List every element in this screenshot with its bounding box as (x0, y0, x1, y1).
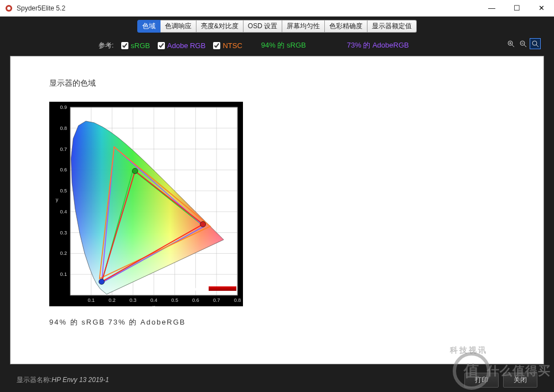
svg-line-3 (512, 45, 514, 47)
zoom-in-button[interactable] (505, 38, 516, 49)
svg-text:0.2: 0.2 (60, 250, 67, 256)
tab-0[interactable]: 色域 (137, 20, 160, 33)
zoom-tools (505, 38, 541, 49)
tab-6[interactable]: 显示器额定值 (367, 20, 417, 33)
svg-text:0.4: 0.4 (151, 297, 158, 303)
window-title: Spyder5Elite 5.2 (17, 4, 479, 12)
svg-text:0.5: 0.5 (60, 188, 67, 194)
gamut-chart: 0.10.20.30.40.50.60.70.80.10.20.30.40.50… (49, 102, 243, 306)
svg-point-1 (7, 7, 11, 10)
tab-3[interactable]: OSD 设置 (244, 20, 282, 33)
svg-text:0.7: 0.7 (60, 147, 67, 152)
svg-point-9 (532, 41, 537, 45)
svg-point-38 (99, 279, 105, 284)
svg-text:0.8: 0.8 (60, 126, 67, 131)
svg-point-36 (200, 222, 206, 227)
tab-bar: 色域色调响应亮度&对比度OSD 设置屏幕均匀性色彩精确度显示器额定值 (137, 20, 417, 33)
stats-below: 94% 的 sRGB 73% 的 AdobeRGB (49, 317, 543, 327)
content-scroll[interactable]: 显示器的色域 0.10.20.30.40.50.60.70.80.10.20.3… (11, 56, 543, 364)
svg-text:0.1: 0.1 (60, 271, 67, 277)
svg-text:x: x (153, 304, 156, 306)
maximize-button[interactable]: ☐ (504, 0, 529, 16)
svg-text:y: y (56, 197, 59, 202)
close-button[interactable]: ✕ (529, 0, 554, 16)
svg-text:0.4: 0.4 (60, 209, 67, 215)
svg-text:0.8: 0.8 (234, 297, 241, 303)
svg-point-37 (132, 168, 138, 174)
datacolor-badge: datacolor (179, 285, 236, 292)
close-panel-button[interactable]: 关闭 (503, 373, 537, 388)
display-name-label: 显示器名称: (17, 375, 51, 385)
reference-label: 参考: (99, 41, 113, 50)
footer: 显示器名称: HP Envy 13 2019-1 打印 关闭 (10, 368, 544, 392)
stat-argb: 73% 的 AdobeRGB (347, 40, 409, 50)
svg-text:0.3: 0.3 (130, 297, 137, 303)
minimize-button[interactable]: — (479, 0, 504, 16)
tab-1[interactable]: 色调响应 (160, 20, 196, 33)
svg-text:0.6: 0.6 (60, 167, 67, 173)
tab-2[interactable]: 亮度&对比度 (196, 20, 244, 33)
svg-text:0.9: 0.9 (60, 104, 67, 110)
app-icon (4, 4, 13, 13)
ref-checkbox-ntsc[interactable]: NTSC (213, 41, 242, 50)
reference-row: 参考: sRGBAdobe RGBNTSC 94% 的 sRGB 73% 的 A… (10, 33, 544, 56)
stat-srgb: 94% 的 sRGB (261, 40, 306, 50)
svg-line-7 (524, 45, 526, 47)
zoom-fit-button[interactable] (530, 38, 541, 49)
svg-text:0.5: 0.5 (171, 297, 178, 303)
watermark-sub: 科技视讯 (450, 346, 488, 356)
svg-text:0.3: 0.3 (60, 230, 67, 236)
titlebar: Spyder5Elite 5.2 — ☐ ✕ (0, 0, 554, 17)
svg-text:0.2: 0.2 (108, 297, 116, 303)
ref-checkbox-srgb[interactable]: sRGB (121, 41, 150, 50)
svg-text:0.7: 0.7 (213, 297, 220, 303)
zoom-out-button[interactable] (517, 38, 529, 49)
content-panel: 显示器的色域 0.10.20.30.40.50.60.70.80.10.20.3… (10, 56, 544, 364)
section-title: 显示器的色域 (49, 79, 543, 88)
print-button[interactable]: 打印 (464, 373, 499, 388)
tab-5[interactable]: 色彩精确度 (325, 20, 367, 33)
window-controls: — ☐ ✕ (479, 0, 554, 16)
svg-text:0.1: 0.1 (87, 297, 95, 303)
ref-checkbox-adobergb[interactable]: Adobe RGB (158, 41, 205, 50)
tab-4[interactable]: 屏幕均匀性 (282, 20, 325, 33)
svg-line-10 (536, 45, 539, 47)
display-name-value: HP Envy 13 2019-1 (51, 376, 109, 384)
svg-text:0.6: 0.6 (192, 297, 199, 303)
